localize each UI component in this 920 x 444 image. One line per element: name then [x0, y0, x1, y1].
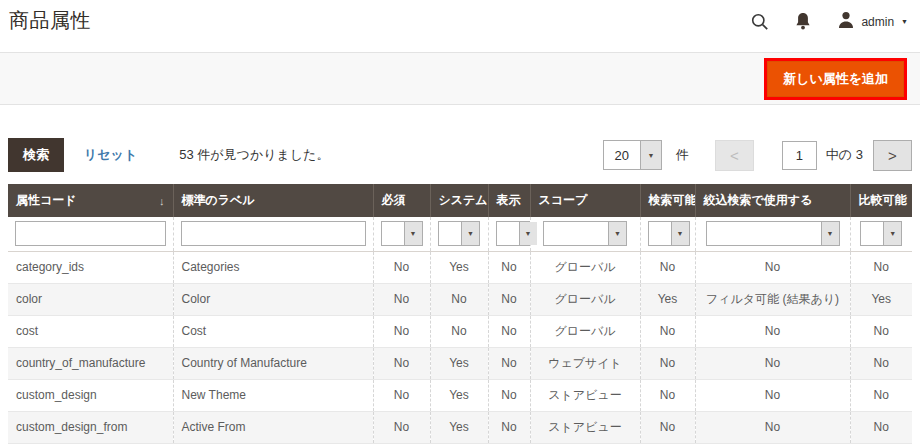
per-page-value: 20	[604, 141, 640, 169]
notifications-bell-icon[interactable]	[795, 12, 811, 31]
cell-visible: No	[488, 315, 530, 347]
attributes-grid: 属性コード ↓ 標準のラベル 必須 システム 表示 スコープ 検索可能 絞込検索…	[8, 184, 912, 444]
attribute-row-category-ids[interactable]: category_ids Categories No Yes No グローバル …	[8, 251, 912, 283]
cell-visible: No	[488, 347, 530, 379]
cell-default-label: Country of Manufacture	[173, 347, 373, 379]
account-menu[interactable]: admin ▼	[837, 11, 908, 32]
cell-searchable: Yes	[640, 283, 695, 315]
cell-required: No	[373, 379, 430, 411]
cell-use-in-layered-nav: フィルタ可能 (結果あり)	[695, 283, 850, 315]
cell-default-label: New Theme	[173, 379, 373, 411]
filter-scope-select[interactable]: ▼	[543, 221, 627, 246]
dropdown-caret-icon: ▼	[519, 222, 537, 245]
column-header-comparable[interactable]: 比較可能	[850, 184, 912, 217]
filter-system-select[interactable]: ▼	[438, 221, 480, 246]
cell-system: Yes	[430, 251, 488, 283]
pagination: 20 ▼ 件 < 中の 3 >	[603, 140, 912, 171]
dropdown-caret-icon: ▼	[461, 222, 479, 245]
attribute-row-color[interactable]: color Color No No No グローバル Yes フィルタ可能 (結…	[8, 283, 912, 315]
filter-searchable-select[interactable]: ▼	[648, 221, 690, 246]
cell-required: No	[373, 347, 430, 379]
account-username: admin	[861, 15, 894, 29]
next-page-button[interactable]: >	[873, 140, 912, 171]
column-header-use-in-layered-nav[interactable]: 絞込検索で使用する	[695, 184, 850, 217]
page-title: 商品属性	[9, 7, 91, 34]
cell-attribute-code: custom_design_from	[8, 411, 173, 443]
dropdown-caret-icon: ▼	[821, 222, 839, 245]
column-header-scope[interactable]: スコープ	[530, 184, 640, 217]
dropdown-caret-icon: ▼	[404, 222, 422, 245]
cell-visible: No	[488, 251, 530, 283]
attribute-row-custom-design[interactable]: custom_design New Theme No Yes No ストアビュー…	[8, 379, 912, 411]
cell-comparable: No	[850, 347, 912, 379]
grid-filter-row: ▼ ▼ ▼ ▼ ▼ ▼ ▼	[8, 217, 912, 251]
cell-required: No	[373, 411, 430, 443]
cell-use-in-layered-nav: No	[695, 315, 850, 347]
cell-required: No	[373, 251, 430, 283]
cell-comparable: No	[850, 379, 912, 411]
dropdown-caret-icon: ▼	[671, 222, 689, 245]
cell-visible: No	[488, 379, 530, 411]
column-label: 属性コード	[16, 192, 77, 209]
add-new-attribute-button[interactable]: 新しい属性を追加	[767, 61, 904, 97]
filter-default-label-input[interactable]	[181, 221, 366, 246]
cell-attribute-code: category_ids	[8, 251, 173, 283]
records-found-text: 53 件が見つかりました。	[179, 146, 329, 164]
chevron-down-icon: ▼	[901, 18, 908, 25]
filter-comparable-select[interactable]: ▼	[860, 221, 902, 246]
column-header-required[interactable]: 必須	[373, 184, 430, 217]
filter-attribute-code-input[interactable]	[15, 221, 166, 246]
filter-actions: 検索 リセット 53 件が見つかりました。	[8, 138, 329, 172]
cell-default-label: Active From	[173, 411, 373, 443]
page-header: 商品属性 admin ▼	[0, 0, 920, 52]
attribute-row-custom-design-from[interactable]: custom_design_from Active From No Yes No…	[8, 411, 912, 443]
grid-controls: 検索 リセット 53 件が見つかりました。 20 ▼ 件 < 中の 3 >	[0, 105, 920, 172]
cell-comparable: Yes	[850, 283, 912, 315]
cell-scope: グローバル	[530, 315, 640, 347]
filter-use-in-layered-nav-select[interactable]: ▼	[706, 221, 840, 246]
dropdown-caret-icon: ▼	[640, 141, 661, 169]
cell-default-label: Cost	[173, 315, 373, 347]
cell-searchable: No	[640, 347, 695, 379]
filter-required-select[interactable]: ▼	[381, 221, 423, 246]
cell-scope: ストアビュー	[530, 411, 640, 443]
column-header-default-label[interactable]: 標準のラベル	[173, 184, 373, 217]
cell-visible: No	[488, 283, 530, 315]
cell-scope: ストアビュー	[530, 379, 640, 411]
dropdown-caret-icon: ▼	[608, 222, 626, 245]
attribute-row-cost[interactable]: cost Cost No No No グローバル No No No	[8, 315, 912, 347]
cell-scope: グローバル	[530, 283, 640, 315]
cell-default-label: Color	[173, 283, 373, 315]
cell-comparable: No	[850, 315, 912, 347]
cell-system: No	[430, 283, 488, 315]
target-highlight-box: 新しい属性を追加	[764, 58, 907, 100]
cell-attribute-code: color	[8, 283, 173, 315]
cell-default-label: Categories	[173, 251, 373, 283]
cell-comparable: No	[850, 251, 912, 283]
cell-searchable: No	[640, 251, 695, 283]
cell-system: Yes	[430, 379, 488, 411]
cell-visible: No	[488, 411, 530, 443]
cell-required: No	[373, 283, 430, 315]
cell-searchable: No	[640, 379, 695, 411]
search-icon[interactable]	[751, 13, 769, 31]
cell-attribute-code: country_of_manufacture	[8, 347, 173, 379]
action-toolbar: 新しい属性を追加	[0, 52, 920, 105]
current-page-input[interactable]	[782, 141, 817, 170]
previous-page-button[interactable]: <	[715, 140, 754, 171]
grid-header-row: 属性コード ↓ 標準のラベル 必須 システム 表示 スコープ 検索可能 絞込検索…	[8, 184, 912, 217]
total-pages-label: 中の 3	[826, 146, 863, 164]
attribute-row-country-of-manufacture[interactable]: country_of_manufacture Country of Manufa…	[8, 347, 912, 379]
column-header-system[interactable]: システム	[430, 184, 488, 217]
filter-visible-select[interactable]: ▼	[496, 221, 538, 246]
column-header-searchable[interactable]: 検索可能	[640, 184, 695, 217]
per-page-select[interactable]: 20 ▼	[603, 140, 662, 170]
cell-attribute-code: custom_design	[8, 379, 173, 411]
topbar-actions: admin ▼	[751, 11, 908, 32]
dropdown-caret-icon: ▼	[883, 222, 901, 245]
reset-filter-link[interactable]: リセット	[84, 146, 137, 164]
column-header-attribute-code[interactable]: 属性コード ↓	[8, 184, 173, 217]
cell-attribute-code: cost	[8, 315, 173, 347]
column-header-visible[interactable]: 表示	[488, 184, 530, 217]
search-button[interactable]: 検索	[8, 138, 64, 172]
